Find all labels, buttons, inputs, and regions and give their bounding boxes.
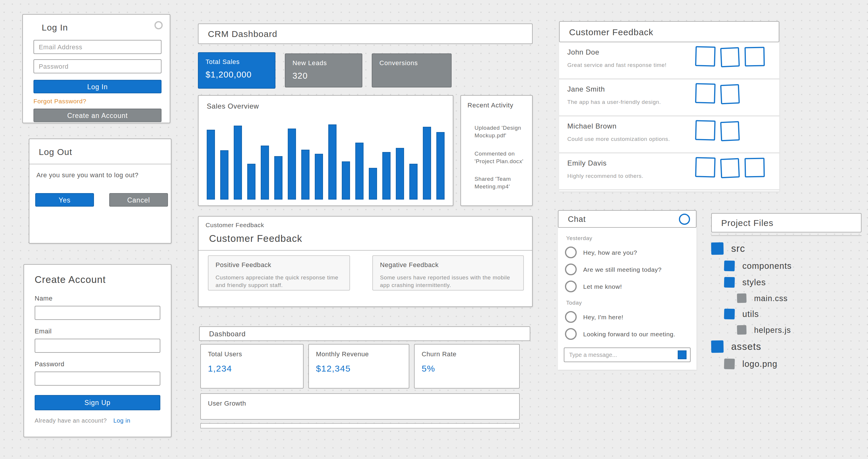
stat-value: 320 — [292, 71, 355, 80]
rating-square-icon — [695, 46, 716, 67]
negative-feedback-text: Some users have reported issues with the… — [380, 273, 516, 289]
tree-item-label: styles — [742, 277, 766, 287]
tree-item-styles[interactable]: styles — [724, 277, 865, 288]
create-account-title: Create Account — [35, 274, 160, 285]
folder-icon — [711, 242, 724, 255]
chat-message: Are we still meeting today? — [565, 264, 696, 275]
sales-bar — [247, 164, 255, 200]
tree-item-logo-png[interactable]: logo.png — [724, 359, 865, 369]
tree-item-src[interactable]: src — [711, 242, 865, 255]
send-square-icon[interactable] — [678, 351, 686, 359]
feedback-heading: Customer Feedback — [198, 228, 532, 244]
logout-cancel-button[interactable]: Cancel — [109, 193, 168, 207]
avatar-circle-icon — [565, 311, 577, 323]
rating-square-icon — [695, 120, 716, 140]
positive-feedback-box: Positive Feedback Customers appreciate t… — [208, 255, 350, 291]
rating-squares — [695, 157, 770, 178]
tree-item-label: src — [731, 243, 745, 254]
create-account-button[interactable]: Create an Account — [33, 108, 161, 122]
tree-item-assets[interactable]: assets — [711, 340, 865, 353]
signup-email-field[interactable] — [35, 339, 160, 353]
chat-message: Hey, I'm here! — [565, 311, 696, 323]
password-field[interactable] — [33, 59, 161, 73]
card-value: 5% — [422, 363, 512, 373]
recent-activity-panel: Recent Activity Uploaded 'Design Mockup.… — [460, 95, 533, 206]
name-field[interactable] — [35, 306, 160, 320]
tree-item-helpers-js[interactable]: helpers.js — [737, 325, 865, 334]
login-panel: Log In Log In Forgot Password? Create an… — [22, 14, 170, 123]
feedback-entry: Jane Smith The app has a user-friendly d… — [559, 79, 779, 116]
file-icon — [724, 359, 735, 369]
feedback-window-title: Customer Feedback — [198, 217, 532, 228]
chat-title: Chat — [568, 215, 586, 223]
signup-password-field[interactable] — [35, 371, 160, 386]
chat-message: Looking forward to our meeting. — [565, 328, 696, 340]
signup-button[interactable]: Sign Up — [35, 395, 160, 410]
message-input[interactable] — [565, 352, 678, 358]
card-label: Total Users — [208, 351, 296, 357]
user-growth-panel: User Growth — [200, 393, 520, 420]
feedback-entry: John Doe Great service and fast response… — [559, 42, 779, 79]
sales-bar — [207, 130, 215, 200]
login-button[interactable]: Log In — [33, 80, 161, 93]
crm-dashboard-titlebar: CRM Dashboard — [198, 24, 533, 44]
sales-bar — [369, 168, 377, 200]
rating-squares — [695, 84, 745, 104]
rating-square-icon — [744, 158, 765, 177]
stat-value: $1,200,000 — [206, 70, 268, 79]
chat-panel: Chat Yesterday Hey, how are you? Are we … — [558, 210, 696, 370]
divider — [198, 250, 532, 251]
create-account-panel: Create Account Name Email Password Sign … — [24, 264, 172, 437]
forgot-password-link[interactable]: Forgot Password? — [33, 97, 161, 104]
sales-bar — [355, 143, 364, 200]
stat-label: Conversions — [379, 59, 444, 66]
rating-square-icon — [720, 47, 740, 67]
email-field[interactable] — [33, 40, 161, 54]
negative-feedback-box: Negative Feedback Some users have report… — [372, 255, 524, 291]
feedback-summary-panel: Customer Feedback Customer Feedback Posi… — [198, 216, 533, 307]
logout-panel: Log Out Are you sure you want to log out… — [29, 138, 172, 243]
rating-square-icon — [720, 121, 740, 141]
positive-feedback-text: Customers appreciate the quick response … — [216, 273, 342, 289]
status-circle-icon — [154, 21, 163, 29]
tree-item-label: main.css — [754, 294, 788, 302]
login-link[interactable]: Log in — [113, 417, 130, 424]
tree-item-utils[interactable]: utils — [724, 309, 865, 319]
avatar-circle-icon — [565, 264, 577, 275]
tree-item-label: helpers.js — [754, 325, 791, 334]
stat-card-new-leads: New Leads 320 — [285, 54, 362, 88]
chat-message: Let me know! — [565, 281, 696, 292]
avatar-circle-icon — [565, 247, 577, 258]
message-text: Hey, I'm here! — [583, 314, 623, 321]
file-icon — [737, 325, 747, 335]
sales-bar — [423, 127, 431, 200]
logout-title: Log Out — [29, 139, 171, 157]
sales-overview-panel: Sales Overview — [198, 95, 454, 206]
chat-input-row — [564, 348, 691, 362]
tree-item-main-css[interactable]: main.css — [737, 293, 865, 303]
avatar-circle-icon — [565, 328, 577, 340]
tree-item-label: assets — [731, 341, 762, 352]
sales-bar — [261, 145, 269, 200]
logout-yes-button[interactable]: Yes — [35, 193, 94, 207]
sales-bar — [274, 156, 282, 200]
sales-bar-chart — [207, 120, 444, 200]
password-label: Password — [35, 360, 160, 367]
customer-feedback-list-titlebar: Customer Feedback — [559, 21, 779, 42]
day-label: Yesterday — [566, 235, 696, 241]
folder-icon — [711, 340, 724, 353]
tree-item-components[interactable]: components — [724, 261, 865, 271]
name-label: Name — [35, 295, 160, 302]
sales-overview-title: Sales Overview — [198, 96, 453, 110]
rating-square-icon — [720, 158, 740, 178]
feedback-entry: Michael Brown Could use more customizati… — [559, 116, 779, 153]
sales-bar — [436, 132, 444, 200]
recent-activity-title: Recent Activity — [467, 102, 526, 108]
chat-circle-icon — [679, 214, 690, 225]
rating-squares — [695, 46, 770, 67]
dashboard-titlebar: Dashboard — [199, 326, 530, 341]
folder-icon — [724, 277, 735, 288]
sales-bar — [220, 151, 228, 200]
sales-bar — [328, 125, 337, 200]
rating-square-icon — [744, 47, 765, 66]
